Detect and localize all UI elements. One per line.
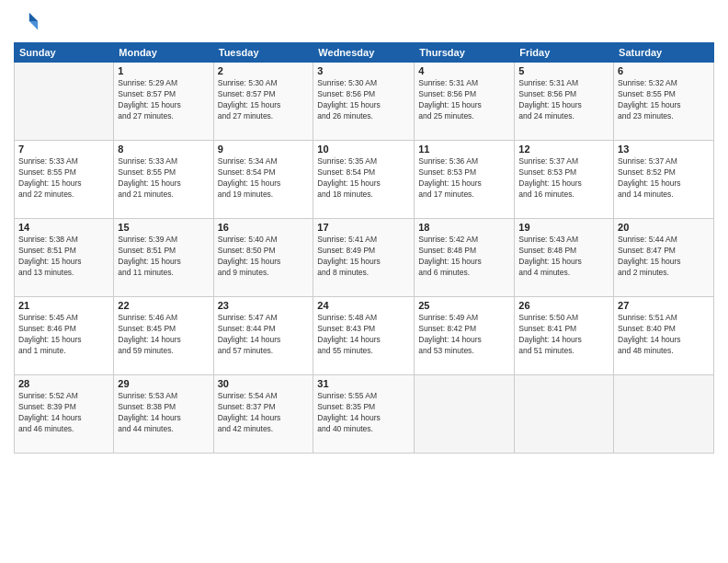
header-day-sunday: Sunday [15, 43, 114, 63]
day-number: 17 [317, 222, 410, 233]
calendar-cell: 16Sunrise: 5:40 AMSunset: 8:50 PMDayligh… [213, 219, 313, 297]
day-number: 24 [317, 300, 410, 311]
calendar-cell [614, 375, 714, 454]
svg-marker-0 [29, 13, 38, 21]
calendar-cell: 18Sunrise: 5:42 AMSunset: 8:48 PMDayligh… [415, 219, 515, 297]
day-number: 11 [418, 144, 510, 155]
calendar-cell: 8Sunrise: 5:33 AMSunset: 8:55 PMDaylight… [114, 141, 213, 219]
day-number: 18 [418, 222, 510, 233]
day-info: Sunrise: 5:52 AMSunset: 8:39 PMDaylight:… [18, 391, 109, 435]
day-info: Sunrise: 5:42 AMSunset: 8:48 PMDaylight:… [418, 235, 510, 279]
day-info: Sunrise: 5:46 AMSunset: 8:45 PMDaylight:… [118, 313, 209, 357]
day-info: Sunrise: 5:53 AMSunset: 8:38 PMDaylight:… [118, 391, 209, 435]
day-info: Sunrise: 5:54 AMSunset: 8:37 PMDaylight:… [218, 391, 310, 435]
day-number: 3 [317, 65, 410, 76]
week-row-1: 1Sunrise: 5:29 AMSunset: 8:57 PMDaylight… [15, 63, 714, 141]
week-row-3: 14Sunrise: 5:38 AMSunset: 8:51 PMDayligh… [15, 219, 714, 297]
day-info: Sunrise: 5:30 AMSunset: 8:57 PMDaylight:… [218, 78, 310, 122]
calendar-cell: 1Sunrise: 5:29 AMSunset: 8:57 PMDaylight… [114, 63, 213, 141]
calendar-cell: 4Sunrise: 5:31 AMSunset: 8:56 PMDaylight… [415, 63, 515, 141]
calendar-cell: 27Sunrise: 5:51 AMSunset: 8:40 PMDayligh… [614, 297, 714, 375]
day-info: Sunrise: 5:43 AMSunset: 8:48 PMDaylight:… [518, 235, 609, 279]
day-number: 22 [118, 300, 209, 311]
day-number: 29 [118, 378, 209, 389]
day-info: Sunrise: 5:36 AMSunset: 8:53 PMDaylight:… [418, 156, 510, 201]
day-info: Sunrise: 5:37 AMSunset: 8:52 PMDaylight:… [618, 156, 710, 201]
day-info: Sunrise: 5:29 AMSunset: 8:57 PMDaylight:… [118, 78, 209, 122]
calendar-cell: 30Sunrise: 5:54 AMSunset: 8:37 PMDayligh… [213, 375, 313, 454]
calendar-cell: 24Sunrise: 5:48 AMSunset: 8:43 PMDayligh… [313, 297, 415, 375]
calendar-cell: 28Sunrise: 5:52 AMSunset: 8:39 PMDayligh… [15, 375, 114, 454]
calendar-cell: 25Sunrise: 5:49 AMSunset: 8:42 PMDayligh… [415, 297, 515, 375]
svg-marker-1 [29, 21, 38, 29]
calendar-cell: 10Sunrise: 5:35 AMSunset: 8:54 PMDayligh… [313, 141, 415, 219]
day-info: Sunrise: 5:44 AMSunset: 8:47 PMDaylight:… [618, 235, 710, 279]
day-number: 12 [518, 144, 609, 155]
day-number: 23 [218, 300, 310, 311]
calendar-cell: 5Sunrise: 5:31 AMSunset: 8:56 PMDaylight… [515, 63, 614, 141]
day-info: Sunrise: 5:48 AMSunset: 8:43 PMDaylight:… [317, 313, 410, 357]
day-info: Sunrise: 5:33 AMSunset: 8:55 PMDaylight:… [118, 156, 209, 201]
calendar-cell: 3Sunrise: 5:30 AMSunset: 8:56 PMDaylight… [313, 63, 415, 141]
calendar-cell: 19Sunrise: 5:43 AMSunset: 8:48 PMDayligh… [515, 219, 614, 297]
day-number: 30 [218, 378, 310, 389]
header-day-monday: Monday [114, 43, 213, 63]
day-number: 31 [317, 378, 410, 389]
logo [14, 9, 43, 35]
day-number: 25 [418, 300, 510, 311]
calendar-cell: 21Sunrise: 5:45 AMSunset: 8:46 PMDayligh… [15, 297, 114, 375]
week-row-4: 21Sunrise: 5:45 AMSunset: 8:46 PMDayligh… [15, 297, 714, 375]
calendar-cell [515, 375, 614, 454]
day-number: 2 [218, 65, 310, 76]
calendar-cell: 13Sunrise: 5:37 AMSunset: 8:52 PMDayligh… [614, 141, 714, 219]
day-number: 6 [618, 65, 710, 76]
week-row-5: 28Sunrise: 5:52 AMSunset: 8:39 PMDayligh… [15, 375, 714, 454]
calendar-cell: 31Sunrise: 5:55 AMSunset: 8:35 PMDayligh… [313, 375, 415, 454]
calendar-cell: 14Sunrise: 5:38 AMSunset: 8:51 PMDayligh… [15, 219, 114, 297]
day-info: Sunrise: 5:40 AMSunset: 8:50 PMDaylight:… [218, 235, 310, 279]
day-number: 20 [618, 222, 710, 233]
day-info: Sunrise: 5:51 AMSunset: 8:40 PMDaylight:… [618, 313, 710, 357]
week-row-2: 7Sunrise: 5:33 AMSunset: 8:55 PMDaylight… [15, 141, 714, 219]
day-info: Sunrise: 5:45 AMSunset: 8:46 PMDaylight:… [18, 313, 109, 357]
header-day-friday: Friday [515, 43, 614, 63]
calendar-cell [15, 63, 114, 141]
calendar-cell: 29Sunrise: 5:53 AMSunset: 8:38 PMDayligh… [114, 375, 213, 454]
calendar-cell: 22Sunrise: 5:46 AMSunset: 8:45 PMDayligh… [114, 297, 213, 375]
logo-icon [14, 9, 40, 35]
day-number: 7 [18, 144, 109, 155]
day-info: Sunrise: 5:35 AMSunset: 8:54 PMDaylight:… [317, 156, 410, 201]
header-row: SundayMondayTuesdayWednesdayThursdayFrid… [15, 43, 714, 63]
day-info: Sunrise: 5:37 AMSunset: 8:53 PMDaylight:… [518, 156, 609, 201]
calendar-cell: 23Sunrise: 5:47 AMSunset: 8:44 PMDayligh… [213, 297, 313, 375]
calendar-cell: 7Sunrise: 5:33 AMSunset: 8:55 PMDaylight… [15, 141, 114, 219]
calendar-cell: 6Sunrise: 5:32 AMSunset: 8:55 PMDaylight… [614, 63, 714, 141]
calendar-cell: 12Sunrise: 5:37 AMSunset: 8:53 PMDayligh… [515, 141, 614, 219]
day-number: 1 [118, 65, 209, 76]
day-info: Sunrise: 5:30 AMSunset: 8:56 PMDaylight:… [317, 78, 410, 122]
calendar-cell: 20Sunrise: 5:44 AMSunset: 8:47 PMDayligh… [614, 219, 714, 297]
day-number: 21 [18, 300, 109, 311]
calendar-cell: 17Sunrise: 5:41 AMSunset: 8:49 PMDayligh… [313, 219, 415, 297]
header-day-tuesday: Tuesday [213, 43, 313, 63]
header-day-thursday: Thursday [415, 43, 515, 63]
header-day-saturday: Saturday [614, 43, 714, 63]
day-number: 26 [518, 300, 609, 311]
day-info: Sunrise: 5:39 AMSunset: 8:51 PMDaylight:… [118, 235, 209, 279]
svg-marker-2 [17, 13, 29, 30]
header-day-wednesday: Wednesday [313, 43, 415, 63]
day-info: Sunrise: 5:55 AMSunset: 8:35 PMDaylight:… [317, 391, 410, 435]
day-number: 9 [218, 144, 310, 155]
day-info: Sunrise: 5:34 AMSunset: 8:54 PMDaylight:… [218, 156, 310, 201]
day-number: 14 [18, 222, 109, 233]
day-number: 8 [118, 144, 209, 155]
day-info: Sunrise: 5:31 AMSunset: 8:56 PMDaylight:… [418, 78, 510, 122]
page: SundayMondayTuesdayWednesdayThursdayFrid… [0, 0, 728, 563]
day-info: Sunrise: 5:33 AMSunset: 8:55 PMDaylight:… [18, 156, 109, 201]
day-info: Sunrise: 5:50 AMSunset: 8:41 PMDaylight:… [518, 313, 609, 357]
calendar-cell: 2Sunrise: 5:30 AMSunset: 8:57 PMDaylight… [213, 63, 313, 141]
day-number: 4 [418, 65, 510, 76]
day-info: Sunrise: 5:41 AMSunset: 8:49 PMDaylight:… [317, 235, 410, 279]
day-number: 19 [518, 222, 609, 233]
day-info: Sunrise: 5:31 AMSunset: 8:56 PMDaylight:… [518, 78, 609, 122]
